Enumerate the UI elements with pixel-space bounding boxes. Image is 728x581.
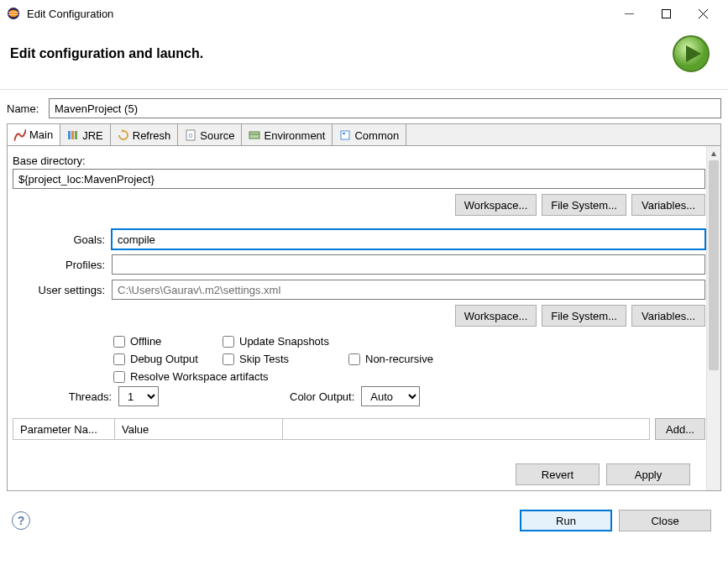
svg-point-1 bbox=[9, 10, 18, 17]
scrollbar-thumb[interactable] bbox=[709, 160, 719, 370]
tab-jre[interactable]: JRE bbox=[60, 124, 111, 146]
minimize-button[interactable] bbox=[610, 2, 647, 25]
param-name-header[interactable]: Parameter Na... bbox=[13, 418, 115, 440]
svg-rect-16 bbox=[249, 132, 259, 139]
apply-button[interactable]: Apply bbox=[606, 463, 690, 485]
base-directory-label: Base directory: bbox=[13, 154, 705, 167]
base-filesystem-button[interactable]: File System... bbox=[542, 194, 626, 216]
settings-filesystem-button[interactable]: File System... bbox=[542, 305, 626, 327]
base-directory-input[interactable] bbox=[13, 169, 705, 189]
source-icon: 0 bbox=[185, 129, 196, 141]
close-button[interactable] bbox=[684, 2, 721, 25]
name-input[interactable] bbox=[49, 98, 721, 118]
param-add-button[interactable]: Add... bbox=[655, 418, 705, 440]
update-snapshots-checkbox[interactable]: Update Snapshots bbox=[223, 335, 348, 348]
user-settings-input[interactable] bbox=[112, 280, 705, 300]
threads-label: Threads: bbox=[63, 390, 112, 403]
tab-source[interactable]: 0 Source bbox=[178, 124, 242, 146]
svg-rect-3 bbox=[8, 14, 18, 15]
run-icon bbox=[671, 34, 711, 74]
svg-rect-2 bbox=[8, 12, 18, 13]
help-icon[interactable]: ? bbox=[12, 511, 30, 530]
tab-refresh[interactable]: Refresh bbox=[111, 124, 179, 146]
refresh-icon bbox=[118, 129, 129, 141]
svg-text:0: 0 bbox=[189, 132, 193, 139]
maximize-button[interactable] bbox=[647, 2, 684, 25]
window-title: Edit Configuration bbox=[27, 8, 610, 20]
goals-label: Goals: bbox=[13, 233, 105, 246]
resolve-workspace-checkbox[interactable]: Resolve Workspace artifacts bbox=[113, 370, 466, 383]
vertical-scrollbar[interactable]: ▲ bbox=[706, 146, 720, 490]
eclipse-icon bbox=[7, 7, 20, 20]
svg-rect-19 bbox=[343, 133, 345, 134]
threads-select[interactable]: 1 bbox=[118, 386, 159, 406]
tab-bar: Main JRE Refresh 0 Source Environment Co… bbox=[8, 124, 720, 146]
svg-rect-5 bbox=[662, 9, 670, 18]
tab-environment[interactable]: Environment bbox=[242, 124, 333, 146]
goals-input[interactable] bbox=[112, 229, 705, 249]
svg-rect-10 bbox=[68, 131, 71, 139]
param-empty-cell bbox=[283, 418, 650, 440]
tab-common[interactable]: Common bbox=[333, 124, 406, 146]
svg-rect-11 bbox=[71, 131, 74, 139]
tab-main[interactable]: Main bbox=[8, 124, 60, 146]
debug-output-checkbox[interactable]: Debug Output bbox=[113, 353, 223, 365]
common-icon bbox=[339, 129, 351, 141]
offline-checkbox[interactable]: Offline bbox=[113, 335, 223, 348]
skip-tests-checkbox[interactable]: Skip Tests bbox=[223, 353, 348, 365]
svg-rect-12 bbox=[75, 131, 77, 139]
settings-workspace-button[interactable]: Workspace... bbox=[455, 305, 537, 327]
scroll-up-icon[interactable]: ▲ bbox=[707, 146, 720, 160]
non-recursive-checkbox[interactable]: Non-recursive bbox=[348, 353, 466, 365]
color-output-select[interactable]: Auto bbox=[361, 386, 420, 406]
maven-icon bbox=[14, 129, 26, 141]
base-workspace-button[interactable]: Workspace... bbox=[455, 194, 537, 216]
svg-rect-18 bbox=[341, 131, 349, 139]
settings-variables-button[interactable]: Variables... bbox=[631, 305, 705, 327]
name-label: Name: bbox=[7, 102, 44, 115]
color-output-label: Color Output: bbox=[290, 390, 354, 403]
run-button[interactable]: Run bbox=[520, 510, 612, 531]
revert-button[interactable]: Revert bbox=[516, 463, 600, 485]
profiles-label: Profiles: bbox=[13, 259, 105, 271]
profiles-input[interactable] bbox=[112, 254, 705, 275]
base-variables-button[interactable]: Variables... bbox=[631, 194, 705, 216]
user-settings-label: User settings: bbox=[13, 284, 105, 296]
param-value-header[interactable]: Value bbox=[115, 418, 283, 440]
svg-marker-13 bbox=[121, 129, 123, 133]
environment-icon bbox=[249, 129, 260, 141]
page-title: Edit configuration and launch. bbox=[10, 46, 203, 61]
close-dialog-button[interactable]: Close bbox=[619, 510, 711, 531]
library-icon bbox=[67, 129, 79, 141]
